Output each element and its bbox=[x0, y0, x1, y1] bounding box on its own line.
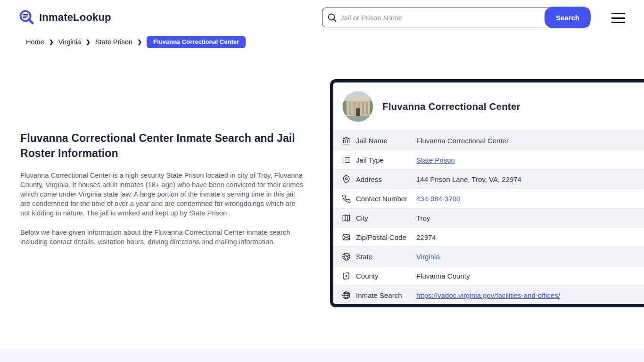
page-title: Fluvanna Correctional Center Inmate Sear… bbox=[20, 131, 305, 161]
map-icon bbox=[342, 214, 351, 222]
chevron-right-icon: ❯ bbox=[137, 39, 142, 45]
table-row-county: County Fluvanna County bbox=[333, 266, 644, 285]
breadcrumb-home[interactable]: Home bbox=[26, 38, 44, 46]
article: Fluvanna Correctional Center Inmate Sear… bbox=[20, 131, 305, 247]
table-row-address: Address 144 Prison Lane, Troy, VA, 22974 bbox=[333, 169, 644, 189]
site-logo[interactable]: InmateLookup bbox=[19, 9, 111, 25]
breadcrumb-current-badge[interactable]: Fluvanna Correctional Center bbox=[147, 36, 246, 48]
phone-icon bbox=[342, 194, 351, 203]
facility-title: Fluvanna Correctional Center bbox=[382, 101, 520, 112]
row-label: Jail Type bbox=[356, 156, 416, 164]
breadcrumb-state-prison[interactable]: State Prison bbox=[95, 38, 132, 46]
breadcrumb: Home ❯ Virginia ❯ State Prison ❯ Fluvann… bbox=[26, 36, 246, 48]
table-row-contact-number: Contact Number 434-984-3700 bbox=[333, 189, 644, 208]
county-map-icon bbox=[342, 272, 351, 280]
row-value: 22974 bbox=[416, 233, 436, 241]
row-label: State bbox=[356, 253, 416, 261]
row-value: Troy bbox=[416, 214, 430, 222]
chevron-right-icon: ❯ bbox=[49, 39, 54, 45]
map-pin-icon bbox=[342, 175, 351, 184]
globe-earth-icon bbox=[342, 252, 351, 261]
contact-number-link[interactable]: 434-984-3700 bbox=[416, 195, 460, 203]
article-paragraph: Below we have given information about th… bbox=[20, 228, 305, 247]
footer-strip bbox=[0, 349, 644, 362]
row-value: Fluvanna Correctional Center bbox=[416, 137, 509, 145]
row-value: 144 Prison Lane, Troy, VA, 22974 bbox=[416, 175, 521, 183]
row-label: City bbox=[356, 214, 416, 222]
magnifier-logo-icon bbox=[19, 9, 35, 25]
envelope-icon bbox=[342, 233, 351, 242]
facility-card-header: Fluvanna Correctional Center bbox=[333, 82, 644, 131]
search-bar: Search bbox=[322, 8, 590, 27]
menu-icon[interactable] bbox=[611, 13, 625, 23]
row-label: Inmate Search bbox=[356, 291, 416, 299]
table-row-city: City Troy bbox=[333, 208, 644, 227]
search-icon bbox=[327, 12, 337, 23]
row-value: Fluvanna County bbox=[416, 272, 470, 280]
table-row-jail-name: Jail Name Fluvanna Correctional Center bbox=[333, 131, 644, 150]
search-button[interactable]: Search bbox=[545, 7, 591, 28]
article-paragraph: Fluvanna Correctional Center is a high s… bbox=[20, 171, 305, 218]
facility-info-table: Jail Name Fluvanna Correctional Center J… bbox=[333, 131, 644, 304]
row-label: Zip/Postal Code bbox=[356, 233, 416, 241]
chevron-right-icon: ❯ bbox=[86, 39, 91, 45]
logo-text: InmateLookup bbox=[39, 11, 111, 24]
bank-icon bbox=[342, 136, 351, 145]
globe-wire-icon bbox=[342, 291, 351, 300]
facility-card: Fluvanna Correctional Center Jail Name F… bbox=[330, 79, 644, 307]
state-link[interactable]: Virginia bbox=[416, 253, 440, 261]
row-label: Jail Name bbox=[356, 137, 416, 145]
table-row-jail-type: Jail Type State Prison bbox=[333, 150, 644, 169]
list-icon bbox=[342, 156, 351, 165]
table-row-state: State Virginia bbox=[333, 247, 644, 266]
jail-type-link[interactable]: State Prison bbox=[416, 156, 455, 164]
row-label: County bbox=[356, 272, 416, 280]
facility-photo bbox=[342, 91, 373, 122]
table-row-zip: Zip/Postal Code 22974 bbox=[333, 227, 644, 247]
breadcrumb-virginia[interactable]: Virginia bbox=[58, 38, 81, 46]
row-label: Address bbox=[356, 175, 416, 183]
inmate-search-link[interactable]: https://vadoc.virginia.gov/facilities-an… bbox=[416, 291, 560, 299]
table-row-inmate-search: Inmate Search https://vadoc.virginia.gov… bbox=[333, 285, 644, 304]
row-label: Contact Number bbox=[356, 195, 416, 203]
